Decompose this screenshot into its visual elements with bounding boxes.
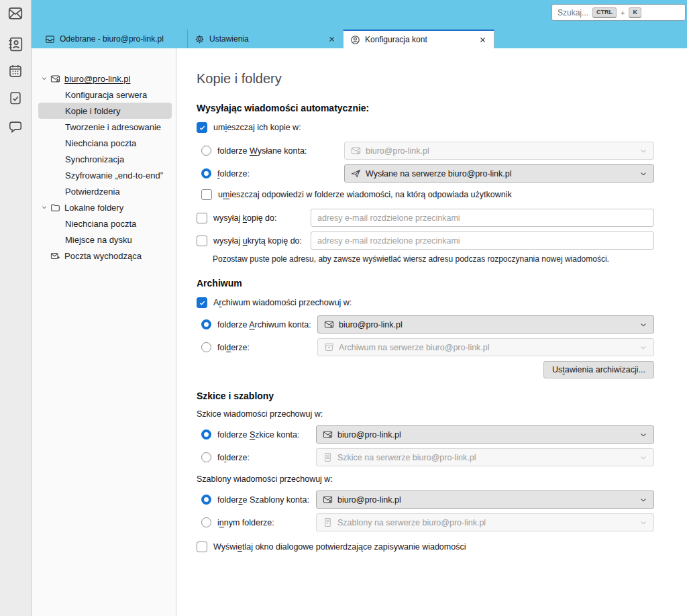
chat-space-button[interactable] [7, 118, 24, 136]
radio-row-archive-account[interactable]: folderze Archiwum konta: biuro@pro-link.… [201, 315, 654, 333]
address-note: Pozostaw puste pole adresu, aby zawsze w… [213, 254, 654, 264]
sent-account-select[interactable]: biuro@pro-link.pl [344, 142, 654, 160]
checkbox-row-place-copies[interactable]: umieszczaj ich kopie w: [197, 121, 654, 134]
chevron-down-icon[interactable] [41, 75, 48, 82]
tab-inbox[interactable]: Odebrane - biuro@pro-link.pl [38, 30, 187, 48]
archive-other-radio[interactable] [201, 342, 211, 352]
templates-other-radio[interactable] [201, 517, 211, 527]
tab-account-settings[interactable]: Konfiguracja kont [343, 30, 494, 48]
radio-row-sent-account[interactable]: folderze Wysłane konta: biuro@pro-link.p… [201, 142, 654, 160]
sidebar-item-local-junk[interactable]: Niechciana poczta [38, 215, 172, 232]
sidebar-item-synchronization[interactable]: Synchronizacja [38, 151, 172, 167]
sidebar-item-disk-space[interactable]: Miejsce na dysku [38, 232, 172, 248]
tab-settings[interactable]: Ustawienia [187, 30, 343, 48]
sidebar-item-return-receipts[interactable]: Potwierdzenia [38, 183, 172, 199]
account-icon [323, 495, 333, 505]
sidebar-item-composition-addressing[interactable]: Tworzenie i adresowanie [38, 119, 172, 135]
draft-folder-icon [323, 452, 333, 462]
chevron-down-icon [639, 519, 647, 527]
settings-main-pane: Kopie i foldery Wysyłając wiadomości aut… [177, 48, 687, 616]
checkbox-label: umieszczaj ich kopie w: [213, 123, 301, 132]
close-icon[interactable] [327, 35, 336, 44]
tab-label: Konfiguracja kont [365, 35, 427, 44]
radio-label: folderze: [217, 343, 311, 352]
checkbox-row-bcc[interactable]: wysyłaj ukrytą kopię do: [197, 232, 654, 250]
chevron-down-icon[interactable] [41, 204, 48, 211]
section-heading-archive: Archiwum [197, 278, 654, 289]
bcc-address-input[interactable] [311, 232, 654, 250]
sidebar-item-label: Poczta wychodząca [64, 251, 142, 261]
mail-icon [7, 5, 23, 21]
account-settings-sidebar: biuro@pro-link.pl Konfiguracja serwera K… [32, 48, 176, 616]
confirm-save-checkbox[interactable] [197, 542, 207, 552]
sidebar-item-e2e-encryption[interactable]: Szyfrowanie „end-to-end” [38, 167, 172, 183]
archive-account-radio[interactable] [201, 319, 211, 329]
bcc-checkbox[interactable] [197, 236, 207, 246]
drafts-other-folder-select[interactable]: Szkice na serwerze biuro@pro-link.pl [316, 448, 654, 466]
sidebar-item-server-settings[interactable]: Konfiguracja serwera [38, 87, 172, 103]
radio-row-archive-other[interactable]: folderze: Archiwum na serwerze biuro@pro… [201, 338, 654, 356]
tasks-space-button[interactable] [7, 89, 24, 107]
address-book-space-button[interactable] [7, 36, 24, 53]
sidebar-outgoing-server-row[interactable]: Poczta wychodząca [38, 248, 172, 264]
sidebar-item-copies-folders[interactable]: Kopie i foldery [38, 103, 172, 119]
tasks-icon [8, 91, 23, 105]
sent-folder-icon [351, 168, 361, 178]
section-heading-sending: Wysyłając wiadomości automatycznie: [197, 103, 654, 114]
global-search-input[interactable]: Szukaj... CTRL + K [551, 4, 686, 21]
radio-row-templates-account[interactable]: folderze Szablony konta: biuro@pro-link.… [201, 491, 654, 509]
radio-row-drafts-account[interactable]: folderze Szkice konta: biuro@pro-link.pl [201, 425, 654, 444]
place-copies-checkbox[interactable] [197, 122, 207, 133]
outgoing-mail-icon [50, 251, 60, 261]
templates-other-folder-select[interactable]: Szablony na serwerze biuro@pro-link.pl [316, 513, 654, 531]
radio-row-templates-other[interactable]: innym folderze: Szablony na serwerze biu… [201, 513, 654, 531]
archive-options-button[interactable]: Ustawienia archiwizacji... [543, 361, 654, 378]
checkbox-row-cc[interactable]: wysyłaj kopię do: [197, 209, 654, 227]
drafts-keep-label: Szkice wiadomości przechowuj w: [197, 409, 654, 419]
cc-checkbox[interactable] [197, 213, 207, 223]
sent-other-folder-select[interactable]: Wysłane na serwerze biuro@pro-link.pl [344, 164, 654, 183]
radio-row-drafts-other[interactable]: folderze: Szkice na serwerze biuro@pro-l… [201, 448, 654, 466]
templates-account-radio[interactable] [201, 495, 211, 505]
checkbox-row-replies[interactable]: umieszczaj odpowiedzi w folderze wiadomo… [201, 189, 654, 201]
templates-account-select[interactable]: biuro@pro-link.pl [316, 491, 654, 509]
mail-space-button[interactable] [7, 5, 24, 22]
drafts-account-radio[interactable] [201, 429, 211, 440]
select-value: Szablony na serwerze biuro@pro-link.pl [337, 518, 486, 527]
checkbox-row-confirm-save[interactable]: Wyświetlaj okno dialogowe potwierdzające… [197, 541, 654, 553]
cc-address-input[interactable] [311, 209, 654, 227]
calendar-icon [8, 64, 23, 79]
tab-label: Odebrane - biuro@pro-link.pl [60, 34, 164, 44]
sent-account-radio[interactable] [201, 146, 211, 156]
drafts-account-select[interactable]: biuro@pro-link.pl [316, 425, 654, 444]
sidebar-item-label: Potwierdzenia [65, 187, 120, 197]
sidebar-item-label: biuro@pro-link.pl [64, 74, 130, 84]
sidebar-item-label: Kopie i foldery [65, 106, 120, 116]
sent-other-radio[interactable] [201, 168, 211, 178]
chevron-down-icon [639, 431, 647, 439]
sidebar-item-label: Tworzenie i adresowanie [65, 122, 161, 132]
archive-account-select[interactable]: biuro@pro-link.pl [317, 315, 654, 333]
account-icon [50, 74, 60, 84]
archive-other-folder-select[interactable]: Archiwum na serwerze biuro@pro-link.pl [317, 338, 654, 356]
radio-row-sent-other[interactable]: folderze: Wysłane na serwerze biuro@pro-… [201, 164, 654, 183]
close-icon[interactable] [478, 36, 487, 44]
sidebar-account-row[interactable]: biuro@pro-link.pl [38, 70, 172, 87]
spaces-toolbar [0, 0, 32, 616]
sidebar-local-folders-row[interactable]: Lokalne foldery [38, 199, 172, 215]
select-value: biuro@pro-link.pl [339, 320, 403, 329]
sidebar-item-junk[interactable]: Niechciana poczta [38, 135, 172, 151]
select-value: biuro@pro-link.pl [337, 430, 401, 440]
check-icon [199, 124, 206, 132]
calendar-space-button[interactable] [7, 62, 24, 80]
template-folder-icon [323, 517, 333, 527]
folder-icon [50, 203, 60, 213]
templates-keep-label: Szablony wiadomości przechowuj w: [197, 474, 654, 484]
account-icon [324, 319, 334, 329]
sidebar-item-label: Niechciana poczta [65, 138, 136, 148]
plus-sign: + [621, 9, 625, 17]
replies-checkbox[interactable] [201, 189, 212, 200]
drafts-other-radio[interactable] [201, 452, 211, 462]
archive-checkbox[interactable] [197, 297, 207, 308]
checkbox-row-archive[interactable]: Archiwum wiadomości przechowuj w: [197, 297, 654, 309]
